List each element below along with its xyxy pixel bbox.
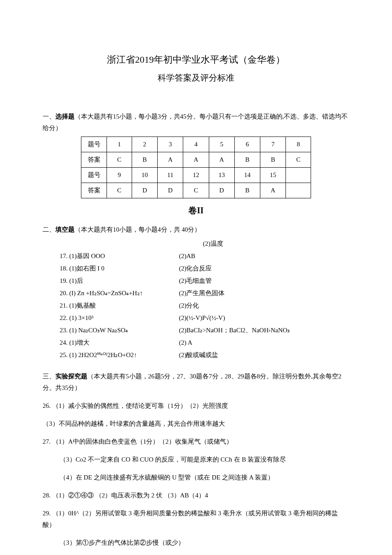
section2-head: 二、填空题（本大题共有10小题，每小题4分，共 40分） — [43, 224, 349, 235]
cell: 10 — [132, 167, 157, 183]
fill-item: (2)分化 — [179, 300, 324, 311]
cell: 9 — [107, 167, 132, 183]
table-row: 答案 C D D C D B A — [81, 183, 311, 198]
cell: B — [234, 183, 260, 198]
cell: A — [260, 183, 286, 198]
cell: 3 — [158, 137, 183, 152]
fill-item: (2)AB — [179, 250, 324, 262]
fill-item: 25. (1) 2H2O2ᴹⁿᴼ²2H₂O+O2↑ — [60, 349, 179, 361]
table-row: 题号 9 10 11 12 13 14 15 — [81, 167, 311, 183]
section3-head: 三、实验探究题（本大题共有5小题，26题5分，27、30题各7分，28、29题各… — [43, 371, 349, 394]
fill-item: 22. (1) 3×10³ — [60, 312, 179, 324]
cell: B — [132, 152, 157, 167]
answer-table: 题号 1 2 3 4 5 6 7 8 答案 C B A A A B B C 题号… — [81, 137, 311, 198]
fill-top-right: (2)温度 — [77, 238, 349, 250]
exam-subtitle: 科学答案及评分标准 — [43, 70, 349, 85]
cell — [286, 183, 311, 198]
row-label: 答案 — [81, 183, 107, 198]
q26-line1: 26. （1）减小实验的偶然性，使结论更可靠（1分）（2）光照强度 — [43, 400, 349, 412]
fill-item: (2)化合反应 — [179, 263, 324, 274]
fill-right-col: (2)AB (2)化合反应 (2)毛细血管 (2)产生黑色固体 (2)分化 (2… — [179, 250, 324, 362]
fill-item: 20. (I) Zn +H₂SO₄=ZnSO₄+H₂↑ — [60, 288, 179, 299]
fill-item: 21. (1)氨基酸 — [60, 300, 179, 311]
q27-line3: （4）在 DE 之间连接盛有无水硫酸铜的 U 型管（或在 DE 之间连接 A 装… — [60, 472, 349, 483]
cell: C — [183, 183, 209, 198]
fill-item: 24. (1)增大 — [60, 337, 179, 349]
fill-item: (2)毛细血管 — [179, 275, 324, 287]
cell: 11 — [158, 167, 183, 183]
cell: 5 — [209, 137, 234, 152]
q28-line: 28. （1）②①④③ （2）电压表示数为 2 伏 （3）AB（4）4 — [43, 490, 349, 501]
cell: 2 — [132, 137, 157, 152]
table-row: 答案 C B A A A B B C — [81, 152, 311, 167]
cell: A — [183, 152, 209, 167]
fill-item: 23. (1) Na₂CO₃W Na₂SO₄ — [60, 325, 179, 336]
table-row: 题号 1 2 3 4 5 6 7 8 — [81, 137, 311, 152]
section3-rest: （本大题共有5小题，26题5分，27、30题各7分，28、29题各8分。除注明分… — [43, 373, 341, 391]
cell: B — [260, 152, 286, 167]
section1-head: 一、选择题（本大题共有15小题，每小题3分，共45分。每小题只有一个选项是正确的… — [43, 111, 349, 134]
cell: 6 — [234, 137, 260, 152]
cell: 1 — [107, 137, 132, 152]
q27-line1: 27. （1）A中的固体由白色变蓝色（1分）（2）收集尾气（或储气） — [43, 436, 349, 447]
fill-item: 19. (1)后 — [60, 275, 179, 287]
cell: 15 — [260, 167, 286, 183]
fill-item: (2)(½-V)P√(½-V) — [179, 312, 324, 324]
section1-rest: （本大题共有15小题，每小题3分，共45分。每小题只有一个选项是正确的,不选、多… — [43, 113, 348, 131]
q27-line2: （3）Co2 不一定来自 CO 和 CUO 的反应，可能是原来的 CCh 在 B… — [60, 454, 349, 465]
fill-item: 17. (1)基因 OOO — [60, 250, 179, 262]
cell: 8 — [286, 137, 311, 152]
row-label: 题号 — [81, 137, 107, 152]
section2-prefix: 二、 — [43, 226, 55, 233]
cell: C — [286, 152, 311, 167]
cell: 4 — [183, 137, 209, 152]
cell — [286, 167, 311, 183]
exam-title: 浙江省2019年初中学业水平考试（金华卷） — [43, 51, 349, 68]
q26-line2: （3）不同品种的越橘，叶绿素的含量越高，其光合作用速率越大 — [43, 418, 349, 430]
cell: 14 — [234, 167, 260, 183]
cell: 12 — [183, 167, 209, 183]
section3-prefix: 三、 — [43, 373, 55, 380]
section2-bold: 填空题 — [55, 226, 75, 233]
section2-rest: （本大题共有10小题，每小题4分，共 40分） — [75, 226, 201, 233]
cell: A — [209, 152, 234, 167]
q29-line1: 29. （1）0H^（2）另用试管取 3 亳升相同质量分数的稀盐酸和 3 亳升水… — [43, 508, 349, 531]
cell: 13 — [209, 167, 234, 183]
fill-item: 18. (1)如右图 I 0 — [60, 263, 179, 274]
cell: A — [158, 152, 183, 167]
fill-left-col: 17. (1)基因 OOO 18. (1)如右图 I 0 19. (1)后 20… — [60, 250, 179, 362]
fill-item: (2)酸或碱或盐 — [179, 349, 324, 361]
juan2-heading: 卷II — [43, 203, 349, 218]
cell: D — [132, 183, 157, 198]
section1-prefix: 一、 — [43, 113, 55, 120]
cell: B — [234, 152, 260, 167]
section1-bold: 选择题 — [55, 113, 75, 120]
cell: D — [158, 183, 183, 198]
row-label: 答案 — [81, 152, 107, 167]
cell: D — [209, 183, 234, 198]
cell: C — [107, 183, 132, 198]
row-label: 题号 — [81, 167, 107, 183]
fill-wrap: 17. (1)基因 OOO 18. (1)如右图 I 0 19. (1)后 20… — [60, 250, 349, 369]
section3-bold: 实验探究题 — [55, 373, 87, 380]
cell: 7 — [260, 137, 286, 152]
cell: C — [107, 152, 132, 167]
q29-line2: （3）第①步产生的气体比第②步慢（或少） — [60, 537, 349, 549]
fill-item: (2)产生黑色固体 — [179, 288, 324, 299]
fill-item: (2)BaCI₂>NaOH；BaCl2、NaOH›NaNO₃ — [179, 325, 324, 336]
fill-item: (2) A — [179, 337, 324, 349]
